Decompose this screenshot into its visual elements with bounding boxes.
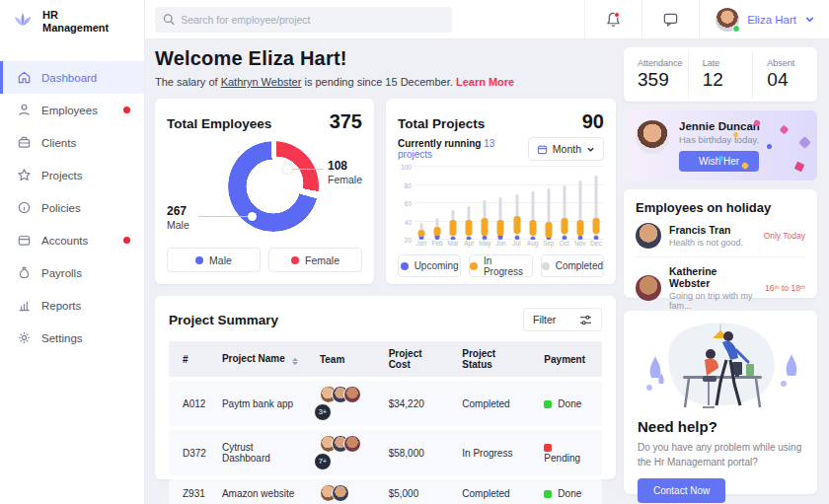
legend-dot: [542, 262, 550, 270]
gear-icon: [17, 330, 32, 345]
payment-status-dot: [544, 444, 552, 452]
bar-oct[interactable]: [557, 167, 572, 240]
sidebar-item-label: Clients: [41, 137, 76, 149]
team-extra-count: 3+: [314, 403, 332, 421]
welcome-block: Welcome Eliza Hart! The salary of Kathry…: [155, 47, 616, 88]
bar-dec[interactable]: [588, 167, 604, 240]
project-name: Amazon website: [214, 479, 312, 504]
x-tick: Oct: [557, 240, 572, 247]
project-cost: $58,000: [381, 430, 455, 475]
projects-legend: UpcomingIn ProgressCompleted: [398, 254, 604, 277]
person-link[interactable]: Kathryn Webster: [221, 76, 302, 88]
bar-jun[interactable]: [492, 167, 508, 240]
x-tick: Nov: [572, 240, 588, 247]
filter-button[interactable]: Filter: [523, 308, 602, 331]
payroll-icon: [17, 265, 32, 280]
birthday-avatar: [636, 120, 669, 154]
sidebar-item-projects[interactable]: Projects: [0, 159, 144, 191]
legend-completed[interactable]: Completed: [541, 254, 604, 277]
holiday-title: Employees on holiday: [636, 200, 805, 215]
confetti: [794, 162, 805, 173]
legend-male[interactable]: Male: [167, 248, 261, 272]
holiday-entry[interactable]: Francis TranHealth is not good.Only Toda…: [636, 215, 805, 256]
table-row[interactable]: A012Paytm bank app3+$34,220CompletedDone: [169, 381, 602, 426]
legend-label: Female: [305, 254, 339, 266]
stat-value: 12: [703, 69, 753, 91]
holiday-reason: Going on trip with my fam...: [669, 291, 757, 311]
legend-in-progress[interactable]: In Progress: [469, 254, 532, 277]
bar-may[interactable]: [477, 167, 492, 240]
plot-area: [414, 167, 604, 240]
bar-apr[interactable]: [461, 167, 477, 240]
bar-jul[interactable]: [508, 167, 524, 240]
search-bar[interactable]: [155, 7, 452, 33]
sidebar-item-policies[interactable]: Policies: [0, 191, 144, 224]
sidebar-item-reports[interactable]: Reports: [0, 289, 144, 322]
upcoming-bar: [530, 237, 535, 240]
stat-absent: Absent04: [752, 50, 817, 99]
column-header[interactable]: Project Name: [214, 341, 312, 377]
filter-sliders-icon: [579, 315, 592, 325]
bar-nov[interactable]: [572, 167, 588, 240]
column-header: #: [169, 341, 214, 377]
y-tick: 20: [405, 237, 412, 244]
notifications-button[interactable]: [584, 0, 641, 38]
column-header: Team: [312, 341, 381, 377]
stat-label: Attendance: [638, 58, 688, 68]
sidebar-item-clients[interactable]: Clients: [0, 126, 144, 159]
bar-jan[interactable]: [414, 167, 429, 240]
sidebar-item-label: Dashboard: [41, 72, 97, 84]
x-tick: Jun: [492, 240, 508, 247]
month-dropdown[interactable]: Month: [528, 137, 604, 161]
confetti: [718, 156, 723, 161]
legend-label: In Progress: [484, 255, 532, 277]
messages-button[interactable]: [641, 0, 699, 38]
contact-now-button[interactable]: Contact Now: [638, 478, 725, 503]
sidebar-item-settings[interactable]: Settings: [0, 322, 144, 354]
sidebar-item-dashboard[interactable]: Dashboard: [0, 61, 144, 94]
holiday-dates: 16ᵗʰ to 18ᵗʰ: [765, 283, 805, 293]
legend-upcoming[interactable]: Upcoming: [398, 254, 461, 277]
legend-female[interactable]: Female: [268, 248, 362, 272]
stat-attendance: Attendance359: [624, 50, 688, 99]
user-icon: [17, 103, 32, 117]
project-status: Completed: [454, 381, 536, 426]
search-input[interactable]: [181, 14, 444, 26]
holiday-reason: Health is not good.: [669, 238, 743, 248]
project-summary-card: Project Summary Filter #Project Name Tea…: [155, 296, 616, 479]
profile-menu[interactable]: Eliza Hart: [699, 0, 829, 38]
project-team: 7+: [312, 430, 381, 475]
learn-more-link[interactable]: Learn More: [456, 76, 514, 88]
x-tick: May: [477, 240, 492, 247]
holiday-avatar: [636, 223, 661, 249]
bar-sep[interactable]: [541, 167, 557, 240]
team-extra-count: 7+: [314, 453, 332, 470]
team-avatar: [343, 386, 361, 403]
x-tick: Mar: [445, 240, 461, 247]
column-header: Payment: [536, 341, 602, 377]
bar-mar[interactable]: [445, 167, 461, 240]
table-row[interactable]: D372Cytrust Dashboard7+$58,000In Progres…: [169, 430, 602, 475]
female-callout: 108Female: [328, 159, 362, 186]
x-tick: Sep: [541, 240, 557, 247]
bar-aug[interactable]: [525, 167, 541, 240]
inprogress-bar: [545, 222, 552, 239]
bar-feb[interactable]: [429, 167, 445, 240]
male-marker: [248, 212, 257, 221]
sidebar-item-label: Accounts: [41, 235, 88, 247]
inprogress-bar: [576, 220, 583, 237]
wish-her-button[interactable]: Wish Her: [679, 151, 759, 172]
holiday-list: Francis TranHealth is not good.Only Toda…: [636, 215, 805, 319]
sort-icon: [292, 358, 298, 365]
inprogress-bar: [529, 220, 536, 237]
sidebar-item-employees[interactable]: Employees: [0, 94, 144, 126]
sidebar-item-accounts[interactable]: Accounts: [0, 224, 144, 256]
inprogress-bar: [497, 220, 504, 237]
table-row[interactable]: Z931Amazon website$5,000CompletedDone: [169, 479, 602, 504]
confetti: [780, 125, 790, 135]
upcoming-bar: [577, 236, 582, 240]
help-text: Do you have any problem while using the …: [638, 440, 803, 469]
sidebar-item-payrolls[interactable]: Payrolls: [0, 256, 144, 289]
employees-donut-chart: 108Female 267Male: [167, 133, 362, 240]
holiday-entry[interactable]: Katherine WebsterGoing on trip with my f…: [636, 256, 805, 319]
